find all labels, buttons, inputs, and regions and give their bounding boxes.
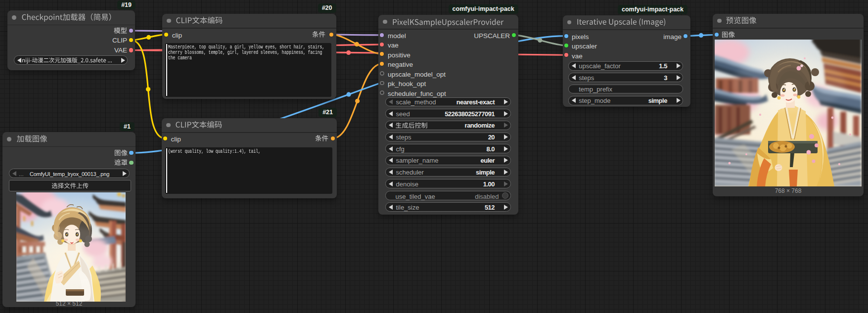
svg-text:CLIP: CLIP xyxy=(112,37,127,44)
svg-text:VAE: VAE xyxy=(114,46,127,54)
svg-text:ComfyUI_temp_lryox_00013_.png: ComfyUI_temp_lryox_00013_.png xyxy=(30,171,109,177)
svg-text:...: ... xyxy=(19,171,24,177)
